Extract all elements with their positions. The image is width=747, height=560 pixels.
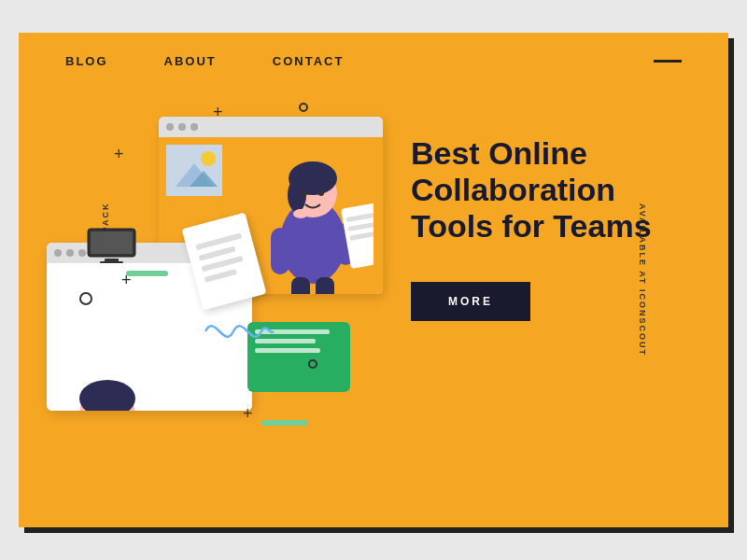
- svg-rect-15: [316, 277, 334, 294]
- browser-dot-2: [178, 123, 186, 131]
- squiggle-decoration: [201, 303, 275, 359]
- hero-content: Best Online Collaboration Tools for Team…: [411, 135, 672, 321]
- browser-dot-1: [166, 123, 174, 131]
- navigation: BLOG ABOUT CONTACT: [19, 33, 728, 89]
- svg-point-3: [201, 151, 216, 166]
- menu-icon[interactable]: [654, 60, 682, 63]
- browser-dot-5: [66, 249, 74, 257]
- browser-dot-4: [54, 249, 62, 257]
- browser-dot-3: [190, 123, 198, 131]
- deco-plus-1: +: [114, 145, 124, 164]
- photo-mountain-svg: [166, 145, 222, 196]
- nav-contact[interactable]: CONTACT: [273, 54, 345, 68]
- svg-rect-31: [91, 231, 133, 254]
- deco-plus-3: +: [243, 404, 253, 424]
- browser-dot-6: [78, 249, 86, 257]
- page-container: WORK & WEB LOTTIE PACK AVAILABLE AT ICON…: [19, 33, 728, 527]
- deco-circle-2: [299, 103, 308, 112]
- hero-title: Best Online Collaboration Tools for Team…: [411, 135, 672, 245]
- svg-point-18: [293, 209, 308, 218]
- browser-bar-top: [159, 117, 383, 137]
- photo-placeholder: [166, 145, 222, 196]
- nav-blog[interactable]: BLOG: [65, 54, 108, 68]
- woman-figure-svg: [252, 158, 374, 294]
- man-figure-svg: [47, 366, 177, 411]
- svg-point-16: [302, 190, 307, 196]
- svg-rect-8: [271, 228, 289, 274]
- svg-rect-33: [100, 261, 123, 263]
- svg-rect-14: [291, 277, 310, 294]
- svg-point-17: [318, 190, 324, 196]
- deco-circle-1: [79, 292, 92, 305]
- nav-about[interactable]: ABOUT: [164, 54, 217, 68]
- deco-line-2: [261, 420, 308, 426]
- deco-circle-3: [308, 359, 317, 369]
- deco-plus-4: +: [213, 103, 223, 122]
- monitor-icon: [86, 227, 137, 264]
- deco-line-1: [126, 271, 168, 276]
- svg-point-21: [79, 380, 135, 411]
- more-button[interactable]: MORE: [411, 282, 530, 321]
